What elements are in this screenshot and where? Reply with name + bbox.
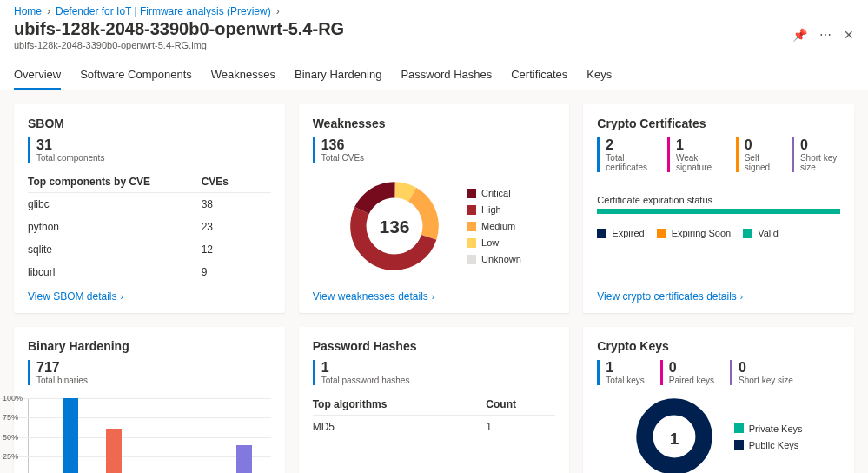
legend-item: Valid [743, 228, 779, 238]
tab-overview[interactable]: Overview [14, 63, 61, 90]
stat-value: 1 [676, 137, 720, 153]
stat-total-password-hashes: 1 Total password hashes [313, 360, 410, 385]
stat-total-cves: 136 Total CVEs [313, 137, 364, 163]
legend-item: Expired [597, 228, 644, 238]
link-label: View weaknesses details [313, 290, 428, 303]
stat-label: Total keys [606, 376, 644, 385]
bar-nx: NX [56, 398, 84, 473]
cell: 23 [202, 221, 271, 233]
pin-icon[interactable]: 📌 [792, 28, 807, 42]
legend-label: High [481, 204, 501, 215]
stat-label: Total CVEs [321, 153, 364, 163]
more-icon[interactable]: ⋯ [819, 28, 832, 42]
tab-certificates[interactable]: Certificates [511, 63, 567, 90]
legend-label: Medium [481, 221, 515, 231]
stat-label: Short key size [739, 376, 793, 385]
legend-item: Unknown [467, 254, 521, 264]
stat-label: Total components [36, 153, 104, 163]
cert-expiration-label: Certificate expiration status [597, 195, 840, 205]
link-label: View SBOM details [28, 290, 117, 303]
legend-label: Valid [758, 228, 779, 238]
card-title: Crypto Keys [597, 339, 840, 353]
card-password-hashes: Password Hashes 1 Total password hashes … [299, 327, 570, 473]
chevron-right-icon: › [47, 5, 50, 17]
stat-self-signed: 0Self signed [736, 137, 776, 172]
stat-value: 0 [800, 137, 840, 153]
swatch-icon [734, 440, 744, 450]
crypto-keys-legend: Private Keys Public Keys [734, 423, 803, 450]
stat-short-key-size: 0Short key size [792, 137, 840, 172]
stat-total-components: 31 Total components [28, 137, 104, 163]
legend-item: Medium [467, 221, 521, 231]
ytick: 75% [3, 413, 18, 422]
tab-binary-hardening[interactable]: Binary Hardening [295, 63, 381, 90]
tab-password-hashes[interactable]: Password Hashes [401, 63, 492, 90]
cell: libcurl [28, 266, 202, 278]
legend-item: Expiring Soon [657, 228, 732, 238]
tab-software-components[interactable]: Software Components [80, 63, 192, 90]
cell: MD5 [313, 421, 487, 433]
stat-weak-signature: 1Weak signature [667, 137, 720, 172]
card-weaknesses: Weaknesses 136 Total CVEs 136 Critical H… [299, 104, 570, 313]
table-row: sqlite12 [28, 238, 271, 261]
card-title: Crypto Certificates [597, 117, 840, 130]
swatch-icon [657, 229, 666, 238]
cell: 38 [202, 198, 271, 210]
donut-center-value: 136 [380, 217, 410, 236]
stat-total-binaries: 717 Total binaries [28, 360, 88, 385]
legend-label: Low [481, 237, 499, 248]
legend-item: High [467, 204, 521, 215]
stat-label: Total certificates [606, 153, 652, 172]
legend-label: Critical [481, 188, 511, 198]
table-header: Top algorithms Count [313, 394, 556, 416]
stat-value: 1 [606, 360, 644, 376]
card-sbom: SBOM 31 Total components Top components … [14, 104, 285, 313]
tabs: Overview Software Components Weaknesses … [14, 63, 854, 90]
link-view-weaknesses[interactable]: View weaknesses details› [313, 283, 556, 303]
swatch-icon [743, 229, 752, 238]
cell: 1 [486, 421, 555, 433]
table-row: python23 [28, 216, 271, 238]
card-title: Password Hashes [313, 339, 556, 353]
link-view-sbom[interactable]: View SBOM details› [28, 283, 271, 303]
legend-item: Low [467, 237, 521, 248]
stat-total-certificates: 2Total certificates [597, 137, 652, 172]
chevron-right-icon: › [740, 292, 743, 302]
legend-label: Private Keys [749, 423, 803, 434]
legend-label: Expiring Soon [672, 228, 732, 238]
page-subtitle: ubifs-128k-2048-3390b0-openwrt-5.4-RG.im… [14, 40, 344, 50]
swatch-icon [734, 423, 744, 433]
weaknesses-legend: Critical High Medium Low Unknown [467, 188, 521, 264]
stat-label: Short key size [800, 153, 840, 172]
link-view-crypto-certs[interactable]: View crypto certificates details› [597, 283, 840, 303]
ytick: 50% [3, 433, 18, 442]
cell: 12 [202, 243, 271, 256]
legend-item: Private Keys [734, 423, 803, 434]
cell: python [28, 221, 202, 233]
table-header: Top components by CVE CVEs [28, 171, 271, 193]
breadcrumb-mid[interactable]: Defender for IoT | Firmware analysis (Pr… [56, 5, 271, 17]
chevron-right-icon: › [432, 292, 434, 302]
tab-weaknesses[interactable]: Weaknesses [211, 63, 275, 90]
swatch-icon [467, 238, 476, 248]
donut-center-value: 1 [669, 430, 679, 448]
col-header: Top algorithms [313, 398, 487, 410]
link-label: View crypto certificates details [597, 290, 737, 303]
close-icon[interactable]: ✕ [844, 28, 854, 42]
stat-label: Paired keys [669, 376, 714, 385]
title-block: ubifs-128k-2048-3390b0-openwrt-5.4-RG ub… [14, 19, 344, 50]
ytick: 25% [3, 452, 18, 461]
stat-short-key-size: 0Short key size [730, 360, 793, 385]
table-row: libcurl9 [28, 261, 271, 283]
breadcrumb-home[interactable]: Home [14, 5, 42, 17]
col-header: Count [486, 398, 555, 410]
swatch-icon [467, 222, 476, 231]
legend-item: Critical [467, 188, 521, 198]
stat-value: 1 [321, 360, 410, 376]
card-binary-hardening: Binary Hardening 717 Total binaries 100%… [14, 327, 285, 473]
legend-label: Expired [612, 228, 644, 238]
stat-label: Total binaries [36, 376, 88, 385]
stat-value: 0 [745, 137, 776, 153]
card-crypto-certificates: Crypto Certificates 2Total certificates … [583, 104, 854, 313]
tab-keys[interactable]: Keys [586, 63, 612, 90]
